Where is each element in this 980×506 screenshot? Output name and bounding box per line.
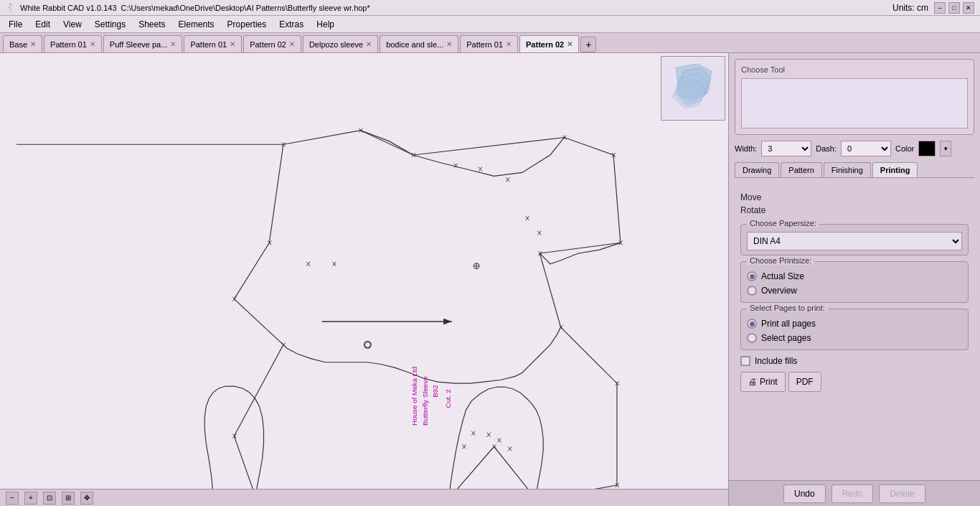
close-button[interactable]: ✕ (963, 2, 974, 14)
overview-radio[interactable] (747, 286, 757, 296)
subtab-printing[interactable]: Printing (872, 162, 918, 177)
fit-button[interactable]: ⊡ (43, 492, 56, 505)
tab-bodice-close[interactable]: ✕ (446, 40, 452, 48)
papersize-content: DIN A4 DIN A3 Letter (747, 232, 962, 250)
pdf-label: PDF (796, 377, 814, 387)
actual-size-row: Actual Size (747, 269, 962, 284)
tab-base[interactable]: Base ✕ (3, 35, 42, 52)
menu-edit[interactable]: Edit (29, 18, 56, 31)
zoom-out-button[interactable]: − (6, 492, 19, 505)
tab-pattern01-1-close[interactable]: ✕ (90, 40, 95, 48)
titlebar-controls: – □ ✕ (934, 2, 974, 14)
print-button[interactable]: 🖨 Print (740, 372, 786, 392)
app-title: White Rabbit CAD v1.0.143 (20, 4, 117, 12)
menu-properties[interactable]: Properties (222, 18, 273, 31)
tab-add-button[interactable]: + (580, 37, 596, 52)
canvas-area[interactable]: House of Meka Ltd Butterfly Sleeve B92 C… (0, 53, 729, 506)
rotate-label[interactable]: Rotate (740, 205, 969, 215)
tab-delpozo[interactable]: Delpozo sleeve ✕ (303, 35, 378, 52)
choose-tool-section: Choose Tool (735, 59, 974, 135)
subtab-pattern[interactable]: Pattern (781, 162, 821, 177)
bottom-actions: Undo Redo Delete (729, 480, 980, 506)
include-fills-label: Include fills (755, 356, 797, 366)
select-pages-content: Print all pages Select pages (747, 317, 962, 345)
tab-pattern02-2[interactable]: Pattern 02 ✕ (519, 35, 579, 52)
pan-button[interactable]: ✥ (80, 492, 93, 505)
menu-elements[interactable]: Elements (173, 18, 220, 31)
pattern-drawing: House of Meka Ltd Butterfly Sleeve B92 C… (0, 53, 728, 489)
tab-pattern01-2-close[interactable]: ✕ (230, 40, 235, 48)
redo-button[interactable]: Redo (831, 484, 874, 503)
color-swatch[interactable] (918, 141, 936, 156)
tab-base-label: Base (9, 40, 27, 49)
subtabs-row: Drawing Pattern Finishing Printing (735, 162, 974, 178)
width-select[interactable]: 3124 (761, 141, 811, 156)
canvas-content: House of Meka Ltd Butterfly Sleeve B92 C… (0, 53, 728, 489)
tab-base-close[interactable]: ✕ (30, 40, 36, 48)
menu-view[interactable]: View (57, 18, 88, 31)
move-rotate-section: Move Rotate (740, 189, 969, 218)
print-icon: 🖨 (748, 377, 757, 387)
tab-delpozo-label: Delpozo sleeve (309, 40, 363, 49)
minimize-button[interactable]: – (934, 2, 946, 14)
subtab-finishing[interactable]: Finishing (824, 162, 871, 177)
units-label: Units: (892, 3, 915, 13)
select-pages-radio[interactable] (747, 333, 757, 343)
menu-sheets[interactable]: Sheets (133, 18, 171, 31)
titlebar: 🐇 White Rabbit CAD v1.0.143 C:\Users\mek… (0, 0, 980, 16)
menu-extras[interactable]: Extras (273, 18, 309, 31)
tab-pattern02-1-label: Pattern 02 (250, 40, 286, 49)
tab-pattern02-2-label: Pattern 02 (526, 40, 564, 49)
grid-button[interactable]: ⊞ (62, 492, 75, 505)
select-pages-group: Select Pages to print: Print all pages S… (740, 309, 969, 350)
pattern-company: House of Meka Ltd (410, 367, 418, 426)
tab-pattern01-2[interactable]: Pattern 01 ✕ (184, 35, 242, 52)
actual-size-radio[interactable] (747, 271, 757, 281)
tab-pattern01-3-close[interactable]: ✕ (506, 40, 512, 48)
pattern-name: Butterfly Sleeve (421, 376, 429, 426)
pdf-button[interactable]: PDF (788, 372, 821, 392)
tab-pattern01-3-label: Pattern 01 (466, 40, 503, 49)
select-pages-label: Select pages (761, 333, 811, 343)
tab-puff-sleeve[interactable]: Puff Sleeve pa... ✕ (103, 35, 183, 52)
color-dropdown[interactable]: ▼ (940, 141, 951, 156)
tab-delpozo-close[interactable]: ✕ (366, 40, 372, 48)
print-all-row: Print all pages (747, 317, 962, 331)
print-label: Print (760, 377, 778, 387)
tab-pattern02-1[interactable]: Pattern 02 ✕ (243, 35, 301, 52)
tab-puff-sleeve-label: Puff Sleeve pa... (110, 40, 168, 49)
dash-label: Dash: (816, 144, 837, 153)
overview-row: Overview (747, 284, 962, 298)
menu-settings[interactable]: Settings (89, 18, 131, 31)
units-value: cm (917, 3, 928, 13)
tab-pattern01-3[interactable]: Pattern 01 ✕ (460, 35, 518, 52)
choose-tool-box (741, 78, 968, 128)
undo-button[interactable]: Undo (783, 484, 826, 503)
tab-pattern01-1[interactable]: Pattern 01 ✕ (44, 35, 102, 52)
menu-file[interactable]: File (3, 18, 28, 31)
menu-help[interactable]: Help (311, 18, 340, 31)
print-pdf-row: 🖨 Print PDF (740, 372, 969, 392)
tab-puff-sleeve-close[interactable]: ✕ (170, 40, 176, 48)
pattern-size: B92 (431, 385, 439, 397)
tab-pattern02-2-close[interactable]: ✕ (567, 40, 573, 48)
units-display: Units: cm (892, 3, 934, 13)
main-area: House of Meka Ltd Butterfly Sleeve B92 C… (0, 53, 980, 506)
zoom-in-button[interactable]: + (24, 492, 37, 505)
papersize-group: Choose Papersize: DIN A4 DIN A3 Letter (740, 224, 969, 256)
print-all-radio[interactable] (747, 319, 757, 329)
overview-label: Overview (761, 286, 797, 296)
wdc-row: Width: 3124 Dash: 012 Color ▼ (735, 141, 974, 156)
delete-button[interactable]: Delete (879, 484, 925, 503)
move-label[interactable]: Move (740, 192, 969, 202)
tab-bodice[interactable]: bodice and sle... ✕ (380, 35, 458, 52)
papersize-select[interactable]: DIN A4 DIN A3 Letter (747, 232, 962, 250)
include-fills-checkbox[interactable] (740, 356, 750, 366)
subtab-drawing[interactable]: Drawing (735, 162, 779, 177)
tab-pattern02-1-close[interactable]: ✕ (289, 40, 295, 48)
include-fills-row: Include fills (740, 356, 969, 366)
dash-select[interactable]: 012 (841, 141, 891, 156)
maximize-button[interactable]: □ (948, 2, 960, 14)
select-pages-title: Select Pages to print: (747, 304, 828, 312)
select-pages-row: Select pages (747, 331, 962, 345)
